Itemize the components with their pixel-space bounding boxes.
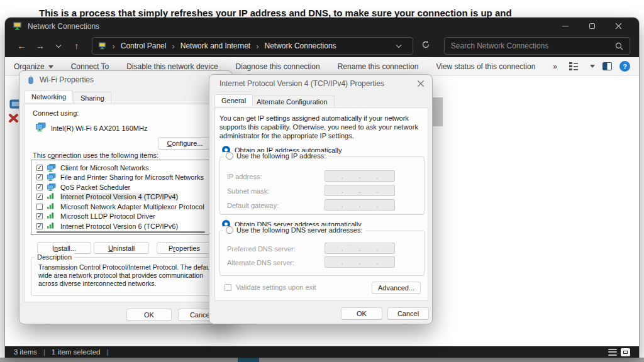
rename-connection-button[interactable]: Rename this connection [329,62,428,71]
organize-dropdown-icon [48,65,53,69]
configure-button[interactable]: Configure... [158,137,212,150]
tab-alternate-configuration[interactable]: Alternate Configuration [250,96,335,108]
location-icon [98,42,106,50]
list-item[interactable]: Microsoft LLDP Protocol Driver [34,212,219,221]
maximize-button[interactable] [579,18,605,35]
preferred-dns-field[interactable]: . . . [325,243,395,254]
change-view-icon[interactable] [569,62,579,70]
preview-pane-icon[interactable] [602,62,612,70]
recent-locations-chevron-icon[interactable] [50,45,66,47]
dialog-close-icon[interactable] [417,80,425,87]
view-status-button[interactable]: View status of this connection [427,62,544,71]
client-service-icon [47,173,56,181]
list-item-label: QoS Packet Scheduler [60,184,130,191]
page-progress-strip [0,358,644,362]
cancel-button[interactable]: Cancel [387,307,429,320]
checkbox-checked[interactable] [36,213,43,219]
large-icons-view-icon[interactable] [621,348,630,356]
list-item-label: Internet Protocol Version 6 (TCP/IPv6) [60,222,178,230]
protocol-icon [47,203,56,211]
organize-menu[interactable]: Organize [14,62,62,71]
wifi-dialog-titlebar: Wi-Fi Properties [19,71,232,89]
ipv4-intro-text: You can get IP settings assigned automat… [219,114,425,140]
view-dropdown-icon[interactable] [590,65,595,68]
ok-button[interactable]: OK [126,309,172,321]
minimize-button[interactable] [552,18,579,35]
breadcrumb[interactable]: › Control Panel › Network and Internet ›… [92,37,413,55]
screenshot-root: This is a process that simply refreshes … [0,0,644,362]
uninstall-button[interactable]: Uninstall [94,242,149,254]
ipv4-properties-dialog: Internet Protocol Version 4 (TCP/IPv4) P… [209,74,433,324]
protocol-icon [47,212,56,220]
connect-using-label: Connect using: [33,109,79,117]
preferred-dns-label: Preferred DNS server: [227,245,296,253]
breadcrumb-network-and-internet[interactable]: Network and Internet [180,41,250,50]
search-input[interactable] [451,41,615,50]
page-progress-indicator[interactable] [238,358,259,362]
list-item[interactable]: Microsoft Network Adapter Multiplexor Pr… [34,202,219,211]
connection-items-label: This connection uses the following items… [33,151,158,159]
ip-address-label: IP address: [227,173,262,180]
radio-use-dns-label: Use the following DNS server addresses: [236,226,363,234]
validate-checkbox-unchecked[interactable] [225,284,231,291]
wifi-dialog-title: Wi-Fi Properties [40,75,94,84]
radio-use-ip-unselected[interactable] [226,152,233,160]
details-view-icon[interactable] [608,349,617,356]
refresh-icon[interactable] [418,40,434,52]
ipv4-dialog-titlebar: Internet Protocol Version 4 (TCP/IPv4) P… [209,75,432,92]
list-item[interactable]: QoS Packet Scheduler [34,182,219,192]
status-separator: | [43,348,45,356]
up-icon[interactable]: ↑ [69,41,84,51]
address-dropdown-chevron-icon[interactable] [391,45,407,47]
checkbox-unchecked[interactable] [36,204,43,210]
adapter-icon [36,123,46,133]
help-icon[interactable]: ? [619,61,630,72]
radio-use-dns-unselected[interactable] [226,226,233,234]
adapter-name: Intel(R) Wi-Fi 6 AX201 160MHz [51,124,147,132]
connection-items-list[interactable]: Client for Microsoft Networks File and P… [31,160,227,235]
ip-address-field[interactable]: . . . [325,170,395,182]
diagnose-connection-button[interactable]: Diagnose this connection [227,62,329,71]
close-button[interactable] [605,18,631,35]
protocol-icon [47,193,56,200]
list-item-label: Client for Microsoft Networks [60,164,149,172]
crumb-separator: › [170,41,175,51]
properties-button[interactable]: Properties [157,242,212,254]
window-titlebar: Network Connections [5,18,639,35]
breadcrumb-network-connections[interactable]: Network Connections [265,41,336,50]
list-item-label: Microsoft Network Adapter Multiplexor Pr… [60,203,204,211]
disable-device-button[interactable]: Disable this network device [118,62,226,71]
breadcrumb-control-panel[interactable]: Control Panel [121,41,167,50]
checkbox-checked[interactable] [36,165,43,171]
checkbox-checked[interactable] [36,223,43,229]
connect-to-button[interactable]: Connect To [62,62,118,71]
install-button[interactable]: Install... [37,242,91,254]
tab-sharing[interactable]: Sharing [74,92,111,104]
status-bar: 3 items | 1 item selected | [5,346,639,358]
tab-general[interactable]: General [214,94,253,106]
description-label: Description [35,253,74,261]
tab-networking[interactable]: Networking [25,90,73,102]
subnet-mask-label: Subnet mask: [227,187,269,195]
default-gateway-field[interactable]: . . . [325,199,395,211]
radio-use-ip-label: Use the following IP address: [236,152,326,160]
checkbox-checked[interactable] [36,174,43,180]
list-item[interactable]: File and Printer Sharing for Microsoft N… [34,173,219,182]
list-item[interactable]: Client for Microsoft Networks [34,163,219,172]
list-item[interactable]: Internet Protocol Version 6 (TCP/IPv6) [34,221,219,231]
status-separator: | [106,348,108,356]
list-item-selected[interactable]: Internet Protocol Version 4 (TCP/IPv4) [34,192,219,202]
horizontal-scrollbar[interactable] [36,231,205,233]
alternate-dns-field[interactable]: . . . [325,256,395,268]
validate-checkbox-label: Validate settings upon exit [236,283,316,291]
selected-count: 1 item selected [52,348,100,356]
toolbar-overflow-chevron[interactable]: » [544,62,566,71]
back-icon[interactable]: ← [14,41,30,51]
advanced-button[interactable]: Advanced... [372,282,421,294]
forward-icon[interactable]: → [32,41,48,51]
ok-button[interactable]: OK [341,307,382,320]
list-item-label: Internet Protocol Version 4 (TCP/IPv4) [60,193,178,200]
checkbox-checked[interactable] [36,194,43,200]
subnet-mask-field[interactable]: . . . [325,185,395,196]
checkbox-checked[interactable] [36,184,43,190]
